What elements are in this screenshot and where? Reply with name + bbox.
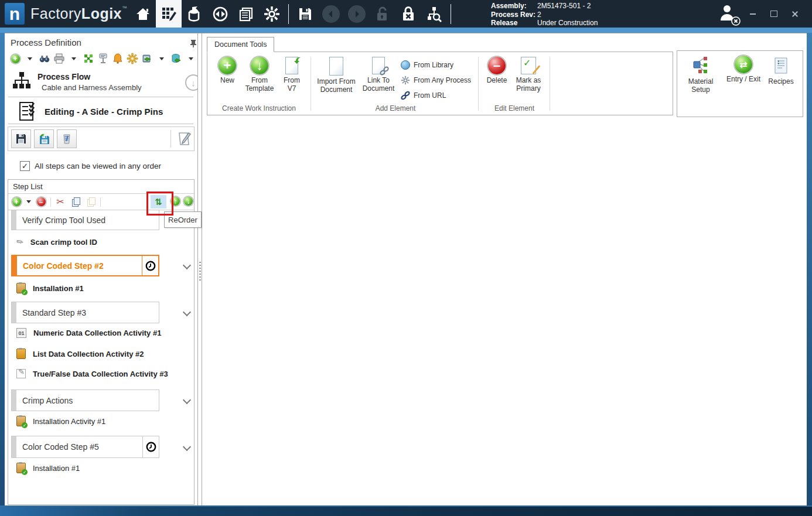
add-sphere-icon: + <box>219 57 236 74</box>
export-folder-icon[interactable] <box>141 53 153 64</box>
activity-label: Installation #1 <box>33 284 84 293</box>
print-dropdown-icon[interactable] <box>68 53 80 64</box>
from-template-button[interactable]: ↓ From Template <box>243 57 277 93</box>
import-data-icon[interactable] <box>182 0 207 28</box>
step-name: Color Coded Step #2 <box>23 261 104 271</box>
paste-icon[interactable] <box>85 196 97 208</box>
process-rev-label: Process Rev: <box>491 11 536 19</box>
toolbar-separator <box>170 130 171 148</box>
activity-row[interactable]: ✎ True/False Data Collection Activity #3 <box>16 369 168 378</box>
step-name: Color Coded Step #5 <box>22 442 99 452</box>
cut-icon[interactable]: ✂ <box>54 196 66 208</box>
save-as-button[interactable] <box>34 129 54 148</box>
activity-row[interactable]: 01 Numeric Data Collection Activity #1 <box>16 328 161 338</box>
activity-row[interactable]: List Data Collection Activity #2 <box>16 348 144 359</box>
link-to-document-button[interactable]: Link To Document <box>361 57 396 93</box>
globe-icon <box>401 60 410 70</box>
splitter-grip[interactable] <box>199 262 201 281</box>
process-search-icon[interactable] <box>421 0 447 28</box>
signpost-icon[interactable] <box>97 53 109 64</box>
check-page-icon: ✓ <box>521 57 536 74</box>
activity-row[interactable]: ✓ Installation Activity #1 <box>16 416 105 426</box>
material-setup-button[interactable]: Material Setup <box>685 56 716 94</box>
step-row-crimp-actions[interactable]: Crimp Actions <box>11 389 159 411</box>
group-separator <box>478 57 479 111</box>
tab-document-tools[interactable]: Document Tools <box>207 37 274 52</box>
timer-icon[interactable] <box>142 436 159 457</box>
activity-row[interactable]: ✎ Scan crimp tool ID <box>16 237 97 247</box>
from-any-process-button[interactable]: From Any Process <box>401 76 471 85</box>
timer-icon[interactable] <box>142 256 158 275</box>
chevron-down-icon[interactable] <box>183 261 191 269</box>
chevron-down-icon[interactable] <box>183 396 191 404</box>
print-icon[interactable] <box>53 53 65 64</box>
step-row-standard-3[interactable]: Standard Step #3 <box>11 302 159 323</box>
import-from-document-button[interactable]: Import From Document <box>316 57 356 94</box>
from-url-button[interactable]: From URL <box>401 91 446 100</box>
from-library-button[interactable]: From Library <box>401 60 453 70</box>
user-logout-icon[interactable] <box>718 3 738 25</box>
brand: n FactoryLogix™ <box>5 3 128 25</box>
order-checkbox-row[interactable]: ✓ All steps can be viewed in any order <box>20 161 161 171</box>
copy-icon[interactable] <box>70 196 81 208</box>
remove-step-icon[interactable]: – <box>35 196 47 208</box>
add-step-icon[interactable]: + <box>11 196 22 208</box>
add-icon[interactable]: + <box>9 53 21 64</box>
move-down-button[interactable]: ↓ <box>184 197 193 206</box>
group-separator <box>311 57 311 111</box>
clipboard-check-icon: ✓ <box>16 283 26 293</box>
mark-as-primary-button[interactable]: ✓ Mark as Primary <box>512 57 545 93</box>
add-step-dropdown-icon[interactable] <box>26 196 32 208</box>
back-icon[interactable] <box>318 0 344 28</box>
documents-icon[interactable] <box>233 0 259 28</box>
process-definition-icon[interactable] <box>156 0 182 28</box>
entry-exit-button[interactable]: ⇄ Entry / Exit <box>725 56 762 83</box>
forward-icon[interactable] <box>344 0 370 28</box>
save-step-button[interactable] <box>11 129 31 148</box>
toolbar-separator <box>100 197 101 207</box>
maximize-button[interactable] <box>767 8 780 20</box>
add-dropdown-icon[interactable] <box>24 53 36 64</box>
database-dropdown-icon[interactable] <box>185 53 197 64</box>
delete-step-button[interactable] <box>57 129 77 148</box>
search-binoculars-icon[interactable] <box>39 53 50 64</box>
order-checkbox[interactable]: ✓ <box>20 161 30 171</box>
routing-icon[interactable] <box>83 53 94 64</box>
export-dropdown-icon[interactable] <box>156 53 168 64</box>
chevron-down-icon[interactable] <box>183 308 191 316</box>
home-icon[interactable] <box>130 0 156 28</box>
delete-button[interactable]: – Delete <box>484 57 510 84</box>
page-import-icon <box>285 57 298 74</box>
step-row-color-coded-5[interactable]: Color Coded Step #5 <box>11 436 159 458</box>
recipes-button[interactable]: Recipes <box>766 56 796 86</box>
recipes-page-icon <box>771 56 791 76</box>
save-icon[interactable] <box>292 0 318 28</box>
editing-header: Editing - A Side - Crimp Pins <box>18 101 163 121</box>
activity-row[interactable]: ✓ Installation #1 <box>16 283 84 293</box>
chevron-down-icon[interactable] <box>183 443 191 451</box>
step-name: Crimp Actions <box>22 396 73 405</box>
window-border-right <box>807 33 812 505</box>
lock-revision-icon[interactable] <box>395 0 421 28</box>
settings-gear-icon[interactable] <box>259 0 285 28</box>
unlock-icon[interactable] <box>370 0 395 28</box>
config-gear-icon[interactable] <box>127 53 138 64</box>
activity-row[interactable]: ✓ Installation #1 <box>16 463 80 473</box>
pin-icon[interactable] <box>189 39 198 50</box>
from-v7-button[interactable]: From V7 <box>279 57 305 93</box>
checklist-icon <box>18 101 37 121</box>
database-icon[interactable] <box>170 53 182 64</box>
window-border-left <box>0 33 5 505</box>
panel-splitter[interactable] <box>197 33 202 505</box>
document-area: Document Tools + New ↓ From Template Fro <box>202 33 807 505</box>
edit-notes-button[interactable] <box>174 129 194 148</box>
step-name: Verify Crimp Tool Used <box>22 216 105 225</box>
step-row-verify-crimp-tool[interactable]: Verify Crimp Tool Used <box>11 210 159 230</box>
step-row-color-coded-2[interactable]: Color Coded Step #2 <box>11 255 159 276</box>
minimize-button[interactable] <box>746 8 759 20</box>
close-button[interactable] <box>789 8 801 20</box>
new-button[interactable]: + New <box>214 57 240 84</box>
bell-icon[interactable] <box>112 53 124 64</box>
process-definition-panel: Process Definition + <box>5 33 197 505</box>
transfer-icon[interactable] <box>207 0 233 28</box>
